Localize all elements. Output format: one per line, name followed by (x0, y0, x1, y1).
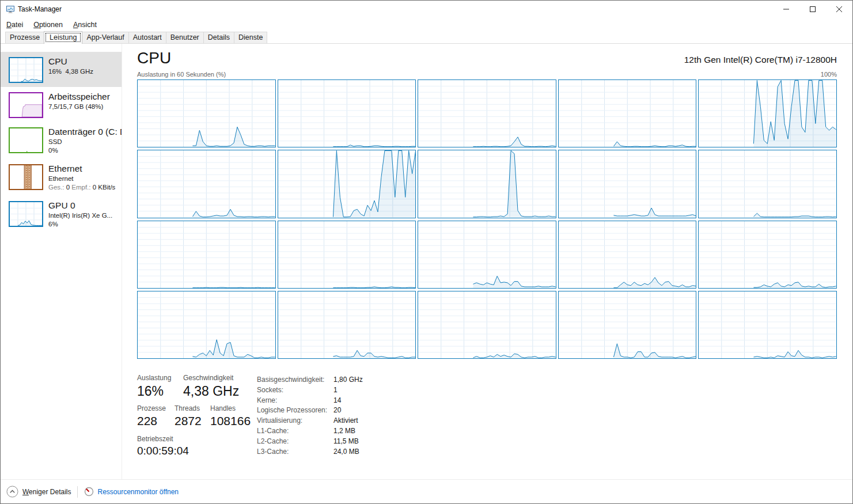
core-usage-graph-12 (278, 221, 416, 289)
gpu-thumbnail-graph (9, 201, 43, 227)
close-icon (836, 6, 843, 13)
core-usage-graph-1 (137, 79, 276, 147)
core-usage-graph-2 (278, 79, 416, 147)
sidebar-item-disk[interactable]: Datenträger 0 (C: D SSD 0% (1, 122, 122, 159)
tab-details[interactable]: Details (203, 32, 234, 43)
resource-monitor-icon (84, 487, 94, 497)
threads-value: 2872 (175, 413, 210, 429)
usage-label: Auslastung (137, 374, 183, 382)
tab-autostart[interactable]: Autostart (128, 32, 166, 43)
speed-label: Geschwindigkeit (183, 374, 239, 382)
memory-thumbnail-graph (9, 92, 43, 118)
menu-optionen[interactable]: Optionen (28, 19, 68, 31)
task-manager-window: Task-Manager Datei Optionen Ansicht Proz… (0, 0, 853, 504)
tab-dienste[interactable]: Dienste (234, 32, 267, 43)
tab-leistung[interactable]: Leistung (44, 31, 82, 44)
resource-monitor-link[interactable]: Ressourcenmonitor öffnen (84, 487, 179, 497)
core-usage-graph-9 (558, 150, 697, 218)
uptime-label: Betriebszeit (137, 435, 257, 444)
logical-processor-grid (137, 79, 837, 359)
core-usage-graph-4 (558, 79, 697, 147)
speed-value: 4,38 GHz (183, 382, 239, 400)
content: CPU 16% 4,38 GHz Arbeitsspeicher 7,5/15,… (1, 44, 852, 479)
core-usage-graph-13 (418, 221, 556, 289)
core-usage-graph-14 (558, 221, 697, 289)
close-button[interactable] (826, 1, 852, 18)
minimize-button[interactable] (773, 1, 799, 18)
usage-value: 16% (137, 382, 183, 400)
core-usage-graph-6 (137, 150, 276, 218)
core-usage-graph-19 (558, 291, 697, 359)
handles-label: Handles (210, 404, 251, 413)
core-usage-graph-15 (698, 221, 837, 289)
handles-value: 108166 (210, 413, 251, 429)
chart-max-label: 100% (821, 71, 837, 78)
cpu-thumbnail-graph (9, 57, 43, 83)
uptime-value: 0:00:59:04 (137, 444, 257, 458)
core-usage-graph-7 (278, 150, 416, 218)
cpu-model-name: 12th Gen Intel(R) Core(TM) i7-12800H (684, 55, 837, 67)
core-usage-graph-16 (137, 291, 276, 359)
threads-label: Threads (175, 404, 210, 413)
core-usage-graph-18 (418, 291, 556, 359)
window-title: Task-Manager (18, 5, 62, 13)
cpu-detail-list: Basisgeschwindigkeit:1,80 GHz Sockets:1 … (257, 374, 363, 458)
tab-strip: Prozesse Leistung App-Verlauf Autostart … (1, 31, 852, 44)
core-usage-graph-10 (698, 150, 837, 218)
chevron-up-icon (6, 486, 18, 498)
menu-bar: Datei Optionen Ansicht (1, 18, 852, 31)
core-usage-graph-8 (418, 150, 556, 218)
sidebar-item-ethernet[interactable]: Ethernet Ethernet Ges.: 0 Empf.: 0 KBit/… (1, 159, 122, 196)
tab-benutzer[interactable]: Benutzer (166, 32, 204, 43)
core-usage-graph-20 (698, 291, 837, 359)
processes-value: 228 (137, 413, 175, 429)
ethernet-thumbnail-graph (9, 164, 43, 190)
sidebar-item-gpu[interactable]: GPU 0 Intel(R) Iris(R) Xe G... 6% (1, 196, 122, 233)
cpu-stats: Auslastung 16% Geschwindigkeit 4,38 GHz … (137, 374, 837, 458)
app-icon (6, 5, 15, 14)
footer-bar: Weniger Details Ressourcenmonitor öffnen (1, 479, 852, 503)
footer-divider (77, 486, 78, 498)
tab-prozesse[interactable]: Prozesse (5, 32, 44, 43)
minimize-icon (783, 6, 790, 13)
cpu-performance-pane: CPU 12th Gen Intel(R) Core(TM) i7-12800H… (122, 44, 852, 479)
sidebar-item-memory[interactable]: Arbeitsspeicher 7,5/15,7 GB (48%) (1, 87, 122, 122)
title-bar: Task-Manager (1, 1, 852, 18)
tab-app-verlauf[interactable]: App-Verlauf (82, 32, 128, 43)
maximize-icon (809, 6, 816, 13)
window-controls (773, 1, 852, 18)
processes-label: Prozesse (137, 404, 175, 413)
core-usage-graph-3 (418, 79, 556, 147)
page-title: CPU (137, 50, 171, 67)
menu-datei[interactable]: Datei (1, 19, 28, 31)
core-usage-graph-11 (137, 221, 276, 289)
menu-ansicht[interactable]: Ansicht (68, 19, 102, 31)
disk-thumbnail-graph (9, 127, 43, 153)
core-usage-graph-17 (278, 291, 416, 359)
core-usage-graph-5 (698, 79, 837, 147)
less-details-button[interactable]: Weniger Details (6, 486, 71, 498)
maximize-button[interactable] (799, 1, 826, 18)
performance-sidebar: CPU 16% 4,38 GHz Arbeitsspeicher 7,5/15,… (1, 44, 122, 479)
chart-caption: Auslastung in 60 Sekunden (%) (137, 71, 226, 78)
sidebar-item-cpu[interactable]: CPU 16% 4,38 GHz (1, 52, 122, 87)
